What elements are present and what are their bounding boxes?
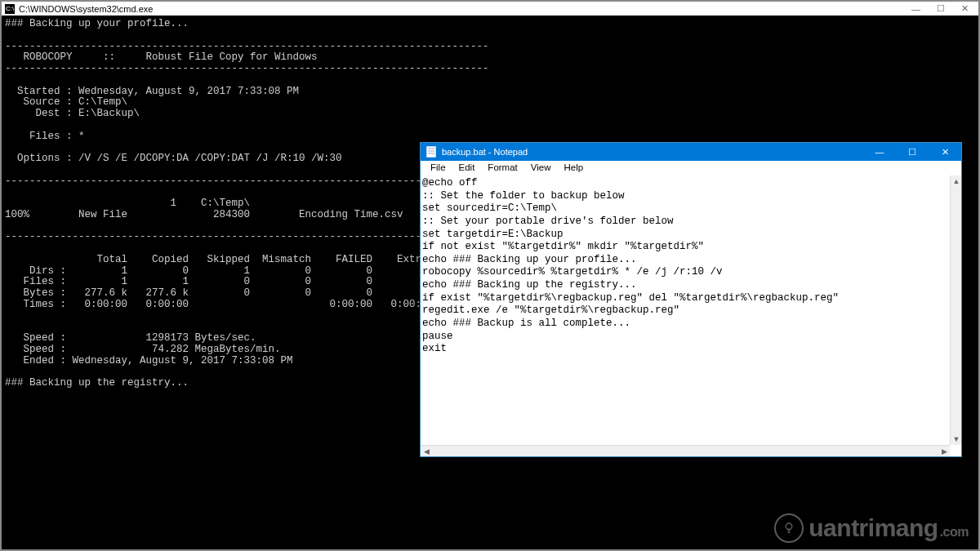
watermark: uantrimang.com bbox=[774, 513, 969, 543]
notepad-window[interactable]: backup.bat - Notepad — ☐ ✕ File Edit For… bbox=[420, 142, 962, 457]
notepad-text-area[interactable]: @echo off :: Set the folder to backup be… bbox=[421, 176, 961, 456]
notepad-title: backup.bat - Notepad bbox=[442, 147, 863, 157]
cmd-title: C:\WINDOWS\system32\cmd.exe bbox=[19, 4, 911, 14]
svg-point-4 bbox=[786, 523, 793, 530]
scroll-right-icon[interactable]: ▶ bbox=[938, 446, 950, 457]
close-button[interactable]: ✕ bbox=[961, 3, 969, 14]
minimize-button[interactable]: — bbox=[911, 4, 920, 14]
bulb-icon bbox=[774, 513, 804, 543]
notepad-icon bbox=[425, 146, 437, 158]
cmd-window-controls: — ☐ ✕ bbox=[911, 3, 978, 14]
menu-view[interactable]: View bbox=[524, 161, 558, 176]
notepad-titlebar[interactable]: backup.bat - Notepad — ☐ ✕ bbox=[421, 143, 961, 161]
watermark-text: uantrimang bbox=[808, 514, 938, 542]
svg-rect-0 bbox=[426, 146, 436, 158]
notepad-window-controls: — ☐ ✕ bbox=[863, 143, 961, 161]
scroll-left-icon[interactable]: ◀ bbox=[421, 446, 432, 457]
menu-file[interactable]: File bbox=[424, 161, 452, 176]
scroll-up-icon[interactable]: ▲ bbox=[951, 176, 962, 187]
maximize-button[interactable]: ☐ bbox=[937, 3, 945, 14]
cmd-titlebar[interactable]: C:\ C:\WINDOWS\system32\cmd.exe — ☐ ✕ bbox=[2, 2, 978, 16]
cmd-icon: C:\ bbox=[5, 4, 15, 14]
menu-edit[interactable]: Edit bbox=[452, 161, 482, 176]
watermark-suffix: .com bbox=[940, 525, 969, 540]
horizontal-scrollbar[interactable]: ◀ ▶ bbox=[421, 445, 950, 456]
menu-format[interactable]: Format bbox=[481, 161, 523, 176]
menu-help[interactable]: Help bbox=[558, 161, 590, 176]
scroll-down-icon[interactable]: ▼ bbox=[951, 433, 962, 445]
minimize-button[interactable]: — bbox=[863, 143, 896, 161]
notepad-menu-bar: File Edit Format View Help bbox=[421, 161, 961, 176]
close-button[interactable]: ✕ bbox=[929, 143, 961, 161]
maximize-button[interactable]: ☐ bbox=[896, 143, 929, 161]
vertical-scrollbar[interactable]: ▲ ▼ bbox=[950, 176, 961, 445]
